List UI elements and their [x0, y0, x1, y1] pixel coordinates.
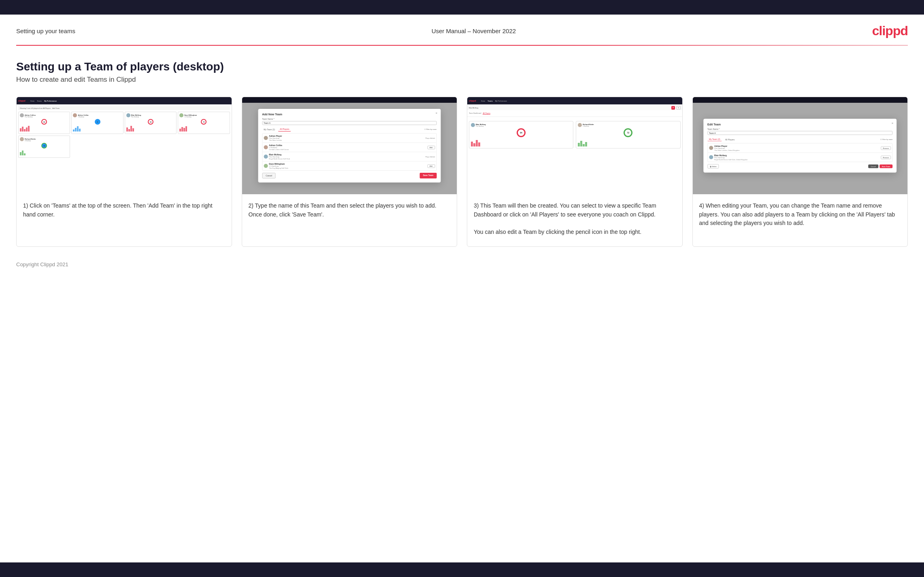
card-2-screenshot: × Add New Team Team Name * Team A My Tea…	[242, 97, 457, 194]
header-logo: clippd	[872, 23, 908, 38]
card-1-text: 1) Click on 'Teams' at the top of the sc…	[17, 194, 232, 246]
card-1-screenshot: clippd Home Teams My Performance Showing…	[17, 97, 232, 194]
card-4: × Edit Team Team Name * Team A My Team (…	[692, 97, 908, 247]
footer-copyright: Copyright Clippd 2021	[16, 261, 68, 267]
card-2-text: 2) Type the name of this Team and then s…	[242, 194, 457, 246]
card-4-screenshot: × Edit Team Team Name * Team A My Team (…	[693, 97, 908, 194]
header-center-text: User Manual – November 2022	[432, 28, 516, 34]
header: Setting up your teams User Manual – Nove…	[0, 15, 924, 45]
card-3: clippd Home Teams My Performance Blair M…	[467, 97, 683, 247]
card-2: × Add New Team Team Name * Team A My Tea…	[242, 97, 458, 247]
footer: Copyright Clippd 2021	[0, 255, 924, 274]
top-bar	[0, 0, 924, 15]
card-1: clippd Home Teams My Performance Showing…	[16, 97, 232, 247]
main-content: Setting up a Team of players (desktop) H…	[0, 46, 924, 255]
cards-grid: clippd Home Teams My Performance Showing…	[16, 97, 908, 247]
card-3-text: 3) This Team will then be created. You c…	[467, 194, 682, 246]
clippd-logo: clippd	[872, 23, 908, 38]
card-3-screenshot: clippd Home Teams My Performance Blair M…	[467, 97, 682, 194]
card-4-text: 4) When editing your Team, you can chang…	[693, 194, 908, 246]
bottom-bar	[0, 562, 924, 577]
header-left-text: Setting up your teams	[16, 28, 75, 34]
page-subtitle: How to create and edit Teams in Clippd	[16, 76, 908, 84]
page-title: Setting up a Team of players (desktop)	[16, 60, 908, 73]
